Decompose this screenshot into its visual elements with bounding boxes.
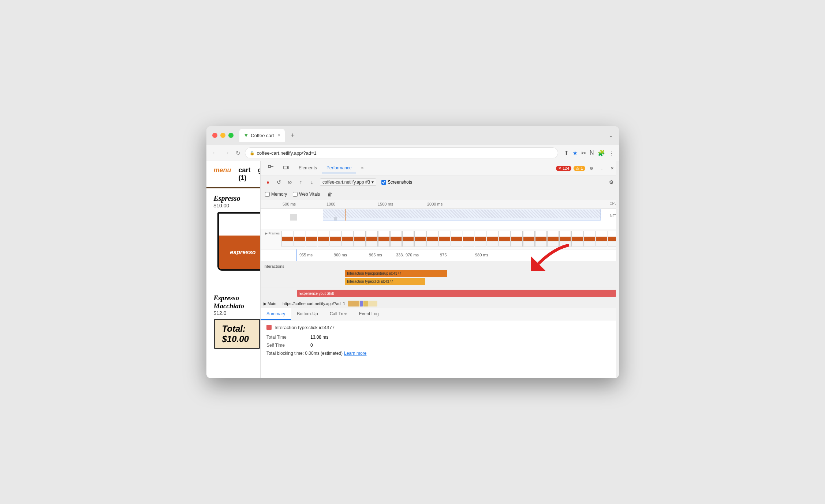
new-tab-button[interactable]: + (288, 130, 298, 140)
blocking-time-row: Total blocking time: 0.00ms (estimated) … (266, 351, 613, 356)
interactions-text: Interactions (264, 264, 284, 268)
session-selector[interactable]: coffee-cart.netlify.app #3 ▾ (320, 178, 376, 186)
trash-icon[interactable]: 🗑 (327, 191, 332, 197)
nav-menu-link[interactable]: menu (214, 166, 231, 182)
record-button[interactable]: ● (264, 178, 272, 187)
tab-bottomup[interactable]: Bottom-Up (291, 308, 324, 320)
clear-button[interactable]: ⊘ (285, 178, 294, 187)
tab-favicon-icon: ▼ (244, 132, 249, 138)
webvitals-checkbox[interactable] (293, 192, 298, 197)
reload-record-button[interactable]: ↺ (275, 178, 283, 187)
memory-checkbox-label[interactable]: Memory (265, 192, 287, 197)
overview-timeline[interactable]: 500 ms 1000 1500 ms 2000 ms CPU (261, 200, 619, 229)
zoom-975ms: 975 (440, 253, 447, 257)
webvitals-label: Web Vitals (299, 192, 320, 197)
devtools-tab-responsive[interactable] (279, 163, 294, 174)
self-time-row: Self Time 0 (266, 343, 613, 348)
memory-label: Memory (271, 192, 287, 197)
download-button[interactable]: ↓ (307, 178, 316, 187)
share-icon[interactable]: ⬆ (564, 150, 569, 157)
devtools-close-icon[interactable]: ✕ (608, 165, 616, 172)
pointerup-bar[interactable]: Interaction type:pointerup id:4377 (345, 270, 447, 277)
selection-handle[interactable] (296, 249, 296, 261)
close-window-button[interactable] (212, 133, 217, 138)
svg-rect-3 (288, 167, 289, 168)
cup-body: espresso (217, 212, 261, 271)
macchiato-item: Espresso Macchiato $12.0 (206, 291, 260, 319)
pointerup-label: Interaction type:pointerup id:4377 (347, 271, 401, 275)
total-time-value: 13.08 ms (310, 335, 328, 340)
tab-menu-button[interactable]: ⌄ (609, 132, 613, 138)
devtools-toolbar-settings-icon[interactable]: ⚙ (607, 178, 616, 187)
click-bar[interactable]: Interaction type:click id:4377 (345, 278, 425, 285)
devtools-settings-icon[interactable]: ⚙ (587, 165, 596, 172)
zoom-965ms: 965 ms (369, 253, 382, 257)
espresso-item: Espresso $10.00 espresso (206, 188, 260, 291)
ruler-1500ms: 1500 ms (378, 202, 393, 206)
tab-close-button[interactable]: × (278, 133, 280, 138)
devtools-toolbar: ● ↺ ⊘ ↑ ↓ coffee-cart.netlify.app #3 ▾ S… (261, 176, 619, 189)
devtools-tab-more[interactable]: » (357, 163, 368, 173)
url-text: coffee-cart.netlify.app/?ad=1 (257, 150, 317, 156)
url-input[interactable]: 🔒 coffee-cart.netlify.app/?ad=1 (245, 147, 558, 158)
main-thread-label: ▶ Main — https://coffee-cart.netlify.app… (264, 301, 345, 306)
self-time-label: Self Time (266, 343, 310, 348)
interaction-click-bar[interactable]: Interaction type:click id:4377 (261, 278, 619, 285)
minimize-window-button[interactable] (220, 133, 225, 138)
total-box: Total: $10.00 (214, 319, 260, 349)
devtools-tab-inspector[interactable] (264, 163, 278, 174)
blocking-time-text: Total blocking time: 0.00ms (estimated) (266, 351, 343, 356)
total-time-row: Total Time 13.08 ms (266, 335, 613, 340)
tab-summary[interactable]: Summary (261, 308, 291, 320)
devtools-more-icon[interactable]: ⋮ (598, 165, 606, 172)
website-content: menu cart (1) github Espresso $10.00 esp… (206, 161, 261, 378)
zoom-970ms: 970 ms (406, 253, 419, 257)
devtools-tab-elements[interactable]: Elements (294, 163, 321, 173)
devtools-inner: Elements Performance » ✕ 124 ⚠ 1 ⚙ ⋮ (261, 161, 619, 378)
bottom-tabs: Summary Bottom-Up Call Tree Event Log (261, 308, 619, 320)
session-name: coffee-cart.netlify.app #3 (322, 180, 370, 185)
devtools-scrollbar[interactable] (616, 161, 619, 378)
total-time-label: Total Time (266, 335, 310, 340)
forward-button[interactable]: → (223, 148, 231, 158)
notion-icon[interactable]: N (590, 150, 594, 156)
frames-strip: ▶ Frames (261, 229, 619, 249)
main-thread-row: ▶ Main — https://coffee-cart.netlify.app… (261, 300, 619, 308)
tab-calltree[interactable]: Call Tree (324, 308, 353, 320)
session-dropdown-icon: ▾ (372, 180, 374, 185)
screenshots-checkbox-container: Screenshots (381, 180, 412, 185)
summary-color-indicator (266, 325, 272, 330)
zoom-955ms: 955 ms (299, 253, 313, 257)
memory-webvitals-bar: Memory Web Vitals 🗑 (261, 189, 619, 200)
back-button[interactable]: ← (211, 148, 220, 158)
zoom-timeline: 955 ms 960 ms 965 ms 333. 970 ms 975 980… (261, 249, 619, 261)
nav-github-link[interactable]: github (258, 166, 261, 182)
main-thread-bar (348, 301, 377, 306)
browser-tab[interactable]: ▼ Coffee cart × (239, 129, 285, 142)
interaction-pointerup-bar[interactable]: Interaction type:pointerup id:4377 (261, 270, 619, 277)
tab-eventlog[interactable]: Event Log (353, 308, 385, 320)
devtools-tab-performance[interactable]: Performance (322, 163, 356, 173)
more-tools-icon[interactable]: ⋮ (609, 150, 615, 157)
cup-fill-text: espresso (230, 249, 255, 256)
maximize-window-button[interactable] (228, 133, 234, 138)
scissors-icon[interactable]: ✂ (581, 150, 586, 157)
warn-count: 1 (581, 166, 583, 170)
webvitals-checkbox-label[interactable]: Web Vitals (293, 192, 320, 197)
frames-strip-inner: ▶ Frames (261, 229, 619, 248)
main-area: menu cart (1) github Espresso $10.00 esp… (206, 161, 619, 378)
error-count: 124 (563, 166, 569, 170)
bookmark-icon[interactable]: ★ (572, 150, 578, 157)
experience-row: Experience yout Shift (261, 289, 619, 298)
upload-button[interactable]: ↑ (296, 178, 305, 187)
memory-checkbox[interactable] (265, 192, 270, 197)
screenshots-checkbox[interactable] (381, 180, 386, 185)
devtools-panel: Elements Performance » ✕ 124 ⚠ 1 ⚙ ⋮ (261, 161, 619, 378)
browser-toolbar: ⬆ ★ ✂ N 🧩 ⋮ (564, 150, 615, 157)
tab-title: Coffee cart (251, 133, 274, 138)
learn-more-link[interactable]: Learn more (344, 351, 366, 356)
refresh-button[interactable]: ↻ (234, 148, 242, 158)
interactions-section: Interactions Interaction type:pointerup … (261, 261, 619, 288)
nav-cart-link[interactable]: cart (1) (239, 166, 251, 182)
extensions-icon[interactable]: 🧩 (598, 150, 605, 157)
